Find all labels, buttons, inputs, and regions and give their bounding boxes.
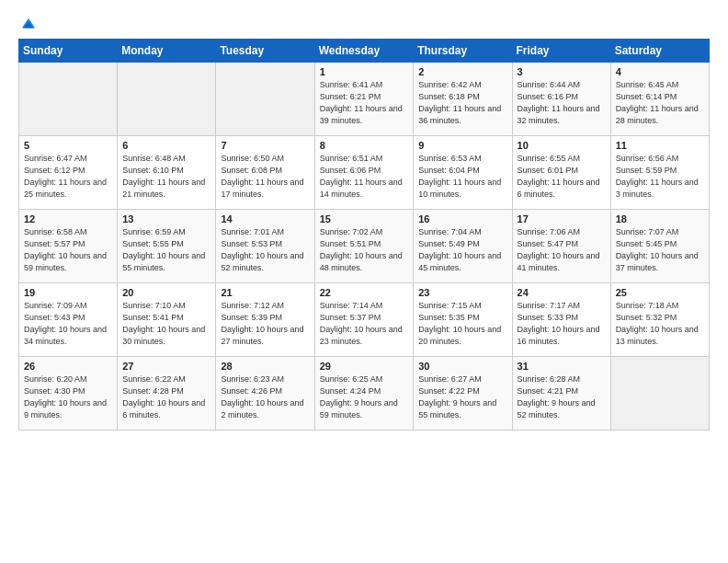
day-number: 1 (320, 66, 409, 77)
calendar-day-cell: 16Sunrise: 7:04 AM Sunset: 5:49 PM Dayli… (414, 210, 512, 283)
calendar-table: SundayMondayTuesdayWednesdayThursdayFrid… (18, 39, 710, 431)
day-number: 18 (616, 213, 704, 224)
calendar-day-cell: 4Sunrise: 6:45 AM Sunset: 6:14 PM Daylig… (610, 63, 709, 136)
day-info: Sunrise: 7:10 AM Sunset: 5:41 PM Dayligh… (122, 300, 210, 348)
day-number: 17 (518, 213, 606, 224)
day-info: Sunrise: 6:25 AM Sunset: 4:24 PM Dayligh… (320, 373, 409, 421)
day-number: 5 (24, 140, 112, 151)
day-number: 29 (320, 361, 409, 372)
day-number: 30 (418, 361, 506, 372)
calendar-header-row: SundayMondayTuesdayWednesdayThursdayFrid… (19, 40, 710, 63)
day-info: Sunrise: 7:02 AM Sunset: 5:51 PM Dayligh… (320, 226, 409, 274)
day-info: Sunrise: 6:48 AM Sunset: 6:10 PM Dayligh… (122, 153, 210, 201)
day-info: Sunrise: 6:23 AM Sunset: 4:26 PM Dayligh… (221, 373, 309, 421)
day-number: 12 (24, 213, 112, 224)
calendar-week-row: 19Sunrise: 7:09 AM Sunset: 5:43 PM Dayli… (19, 283, 710, 357)
calendar-week-row: 26Sunrise: 6:20 AM Sunset: 4:30 PM Dayli… (19, 357, 710, 431)
day-number: 4 (616, 66, 704, 77)
calendar-day-cell: 2Sunrise: 6:42 AM Sunset: 6:18 PM Daylig… (414, 63, 512, 136)
weekday-header-tuesday: Tuesday (216, 40, 314, 63)
calendar-day-cell: 18Sunrise: 7:07 AM Sunset: 5:45 PM Dayli… (610, 210, 709, 283)
day-info: Sunrise: 6:22 AM Sunset: 4:28 PM Dayligh… (122, 373, 210, 421)
calendar-day-cell: 6Sunrise: 6:48 AM Sunset: 6:10 PM Daylig… (118, 136, 216, 210)
calendar-day-cell: 25Sunrise: 7:18 AM Sunset: 5:32 PM Dayli… (610, 283, 709, 357)
day-number: 27 (122, 361, 210, 372)
page: SundayMondayTuesdayWednesdayThursdayFrid… (0, 0, 728, 563)
day-number: 11 (616, 140, 704, 151)
header (18, 17, 710, 29)
day-info: Sunrise: 6:41 AM Sunset: 6:21 PM Dayligh… (320, 79, 409, 127)
calendar-day-cell: 17Sunrise: 7:06 AM Sunset: 5:47 PM Dayli… (512, 210, 610, 283)
calendar-day-cell (610, 357, 709, 431)
calendar-day-cell: 11Sunrise: 6:56 AM Sunset: 5:59 PM Dayli… (610, 136, 709, 210)
day-info: Sunrise: 7:09 AM Sunset: 5:43 PM Dayligh… (24, 300, 112, 348)
calendar-day-cell: 9Sunrise: 6:53 AM Sunset: 6:04 PM Daylig… (414, 136, 512, 210)
day-info: Sunrise: 7:04 AM Sunset: 5:49 PM Dayligh… (418, 226, 506, 274)
day-info: Sunrise: 7:07 AM Sunset: 5:45 PM Dayligh… (616, 226, 704, 274)
weekday-header-monday: Monday (118, 40, 216, 63)
weekday-header-saturday: Saturday (610, 40, 709, 63)
calendar-day-cell: 13Sunrise: 6:59 AM Sunset: 5:55 PM Dayli… (118, 210, 216, 283)
day-info: Sunrise: 6:58 AM Sunset: 5:57 PM Dayligh… (24, 226, 112, 274)
weekday-header-friday: Friday (512, 40, 610, 63)
calendar-day-cell: 7Sunrise: 6:50 AM Sunset: 6:08 PM Daylig… (216, 136, 314, 210)
day-info: Sunrise: 7:06 AM Sunset: 5:47 PM Dayligh… (518, 226, 606, 274)
day-info: Sunrise: 6:55 AM Sunset: 6:01 PM Dayligh… (518, 153, 606, 201)
calendar-day-cell (19, 63, 118, 136)
logo (18, 17, 39, 29)
calendar-day-cell (118, 63, 216, 136)
day-info: Sunrise: 7:17 AM Sunset: 5:33 PM Dayligh… (518, 300, 606, 348)
weekday-header-thursday: Thursday (414, 40, 512, 63)
logo-icon (20, 17, 37, 33)
day-number: 16 (418, 213, 506, 224)
calendar-day-cell: 14Sunrise: 7:01 AM Sunset: 5:53 PM Dayli… (216, 210, 314, 283)
logo-text (18, 17, 39, 33)
day-info: Sunrise: 7:12 AM Sunset: 5:39 PM Dayligh… (221, 300, 309, 348)
day-info: Sunrise: 6:44 AM Sunset: 6:16 PM Dayligh… (518, 79, 606, 127)
day-number: 7 (221, 140, 309, 151)
calendar-day-cell: 21Sunrise: 7:12 AM Sunset: 5:39 PM Dayli… (216, 283, 314, 357)
calendar-day-cell: 22Sunrise: 7:14 AM Sunset: 5:37 PM Dayli… (314, 283, 414, 357)
calendar-day-cell: 10Sunrise: 6:55 AM Sunset: 6:01 PM Dayli… (512, 136, 610, 210)
calendar-day-cell: 24Sunrise: 7:17 AM Sunset: 5:33 PM Dayli… (512, 283, 610, 357)
calendar-day-cell: 23Sunrise: 7:15 AM Sunset: 5:35 PM Dayli… (414, 283, 512, 357)
calendar-day-cell: 30Sunrise: 6:27 AM Sunset: 4:22 PM Dayli… (414, 357, 512, 431)
calendar-day-cell: 3Sunrise: 6:44 AM Sunset: 6:16 PM Daylig… (512, 63, 610, 136)
calendar-day-cell (216, 63, 314, 136)
calendar-day-cell: 20Sunrise: 7:10 AM Sunset: 5:41 PM Dayli… (118, 283, 216, 357)
day-info: Sunrise: 6:47 AM Sunset: 6:12 PM Dayligh… (24, 153, 112, 201)
weekday-header-wednesday: Wednesday (314, 40, 414, 63)
day-number: 2 (418, 66, 506, 77)
calendar-day-cell: 1Sunrise: 6:41 AM Sunset: 6:21 PM Daylig… (314, 63, 414, 136)
day-number: 21 (221, 287, 309, 298)
calendar-week-row: 1Sunrise: 6:41 AM Sunset: 6:21 PM Daylig… (19, 63, 710, 136)
day-number: 28 (221, 361, 309, 372)
day-info: Sunrise: 6:53 AM Sunset: 6:04 PM Dayligh… (418, 153, 506, 201)
day-number: 20 (122, 287, 210, 298)
calendar-day-cell: 19Sunrise: 7:09 AM Sunset: 5:43 PM Dayli… (19, 283, 118, 357)
day-info: Sunrise: 6:51 AM Sunset: 6:06 PM Dayligh… (320, 153, 409, 201)
day-info: Sunrise: 7:18 AM Sunset: 5:32 PM Dayligh… (616, 300, 704, 348)
day-info: Sunrise: 6:20 AM Sunset: 4:30 PM Dayligh… (24, 373, 112, 421)
day-info: Sunrise: 6:45 AM Sunset: 6:14 PM Dayligh… (616, 79, 704, 127)
day-info: Sunrise: 7:01 AM Sunset: 5:53 PM Dayligh… (221, 226, 309, 274)
calendar-day-cell: 26Sunrise: 6:20 AM Sunset: 4:30 PM Dayli… (19, 357, 118, 431)
weekday-header-sunday: Sunday (19, 40, 118, 63)
calendar-day-cell: 5Sunrise: 6:47 AM Sunset: 6:12 PM Daylig… (19, 136, 118, 210)
calendar-day-cell: 31Sunrise: 6:28 AM Sunset: 4:21 PM Dayli… (512, 357, 610, 431)
day-info: Sunrise: 7:14 AM Sunset: 5:37 PM Dayligh… (320, 300, 409, 348)
day-number: 8 (320, 140, 409, 151)
day-info: Sunrise: 6:50 AM Sunset: 6:08 PM Dayligh… (221, 153, 309, 201)
day-number: 6 (122, 140, 210, 151)
calendar-day-cell: 29Sunrise: 6:25 AM Sunset: 4:24 PM Dayli… (314, 357, 414, 431)
calendar-day-cell: 27Sunrise: 6:22 AM Sunset: 4:28 PM Dayli… (118, 357, 216, 431)
calendar-week-row: 5Sunrise: 6:47 AM Sunset: 6:12 PM Daylig… (19, 136, 710, 210)
day-number: 23 (418, 287, 506, 298)
calendar-day-cell: 12Sunrise: 6:58 AM Sunset: 5:57 PM Dayli… (19, 210, 118, 283)
day-number: 25 (616, 287, 704, 298)
calendar-week-row: 12Sunrise: 6:58 AM Sunset: 5:57 PM Dayli… (19, 210, 710, 283)
day-number: 31 (518, 361, 606, 372)
day-info: Sunrise: 6:42 AM Sunset: 6:18 PM Dayligh… (418, 79, 506, 127)
day-info: Sunrise: 6:27 AM Sunset: 4:22 PM Dayligh… (418, 373, 506, 421)
calendar-day-cell: 15Sunrise: 7:02 AM Sunset: 5:51 PM Dayli… (314, 210, 414, 283)
